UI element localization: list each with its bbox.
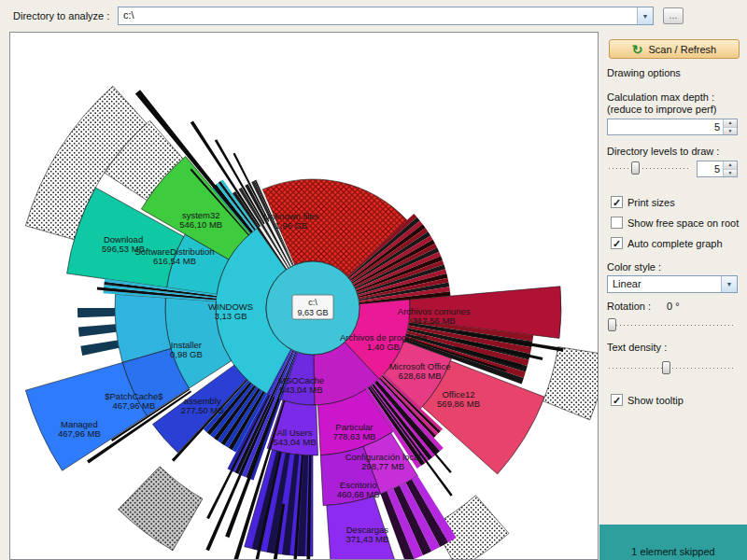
dropdown-arrow-icon[interactable]: ▼ <box>721 276 737 292</box>
segment-label: assembly277,50 MB <box>181 396 224 415</box>
segment-label: MSOCache543,04 MB <box>278 375 324 395</box>
segment-small[interactable] <box>78 308 115 317</box>
rotation-label: Rotation : <box>607 301 651 312</box>
checkbox-auto-complete-graph[interactable]: ✓ Auto complete graph <box>611 237 723 249</box>
segment-small-files-sw[interactable] <box>119 467 203 551</box>
segment-label: Download596,53 MB <box>102 234 145 254</box>
checkbox-show-tooltip[interactable]: ✓ Show tooltip <box>611 394 684 406</box>
root-size: 9,63 GB <box>297 308 328 317</box>
checkbox-label: Auto complete graph <box>627 238 723 249</box>
segment-label: WINDOWS3,13 GB <box>208 301 253 321</box>
scan-refresh-button[interactable]: ↻ Scan / Refresh <box>609 39 740 59</box>
directory-value[interactable]: c:\ <box>119 7 637 24</box>
options-panel: ↻ Scan / Refresh Drawing options Calcula… <box>599 32 747 560</box>
checkbox-label: Show tooltip <box>627 395 684 406</box>
calc-depth-value[interactable]: 5 <box>608 119 723 134</box>
segment-small-files-e[interactable] <box>543 347 598 420</box>
slider-thumb[interactable] <box>608 318 616 331</box>
checkbox-box[interactable] <box>611 217 623 229</box>
checkbox-show-free-space[interactable]: Show free space on root <box>611 217 739 229</box>
checkbox-label: Print sizes <box>627 197 675 208</box>
segment-label: $PatchCache$467,96 MB <box>105 391 163 411</box>
drawing-options-heading: Drawing options <box>607 67 681 78</box>
segment-label: system32546,10 MB <box>179 210 222 230</box>
slider-track <box>609 168 691 169</box>
spinner-down-icon[interactable]: ▼ <box>724 128 737 135</box>
slider-track <box>609 368 736 369</box>
checkbox-label: Show free space on root <box>627 217 739 229</box>
status-area: 1 element skipped <box>599 525 747 560</box>
browse-button[interactable]: ... <box>663 7 684 24</box>
levels-value[interactable]: 5 <box>698 161 723 176</box>
color-style-dropdown[interactable]: Linear ▼ <box>607 275 738 293</box>
rotation-slider[interactable] <box>607 317 738 332</box>
spinner-up-icon[interactable]: ▲ <box>724 119 737 128</box>
segment-small[interactable] <box>78 324 117 336</box>
rotation-value: 0 ° <box>667 301 680 312</box>
levels-label: Directory levels to draw : <box>607 146 719 157</box>
checkbox-print-sizes[interactable]: ✓ Print sizes <box>611 196 675 208</box>
segment-label: Office12569,86 MB <box>437 389 480 409</box>
toolbar: Directory to analyze : c:\ ▼ ... <box>0 0 747 32</box>
spinner-down-icon[interactable]: ▼ <box>724 170 737 177</box>
slider-thumb[interactable] <box>631 161 640 175</box>
segment-label: Descargas371,43 MB <box>345 525 388 544</box>
text-density-slider[interactable] <box>607 360 738 375</box>
levels-slider[interactable] <box>607 161 693 175</box>
directory-label: Directory to analyze : <box>13 10 109 21</box>
text-density-label: Text density : <box>607 342 667 353</box>
segment-label: All Users543,04 MB <box>274 427 317 447</box>
color-style-value[interactable]: Linear <box>608 276 721 292</box>
status-message: 1 element skipped <box>631 546 714 557</box>
directory-combobox[interactable]: c:\ ▼ <box>118 7 654 25</box>
segment-label: Escritorio460,68 MB <box>337 480 380 499</box>
calc-depth-note: (reduce to improve perf) <box>607 104 716 115</box>
segment-label: Particular778,63 MB <box>332 422 375 441</box>
checkbox-box[interactable]: ✓ <box>611 196 623 208</box>
sunburst-chart-area[interactable]: WINDOWS3,13 GBInstaller0,98 GB$PatchCach… <box>9 32 599 560</box>
refresh-icon: ↻ <box>632 43 643 56</box>
spinner-up-icon[interactable]: ▲ <box>724 161 737 170</box>
slider-thumb[interactable] <box>662 361 670 374</box>
calc-depth-label: Calculation max depth : <box>607 91 714 103</box>
slider-track <box>609 325 736 326</box>
checkbox-box[interactable]: ✓ <box>611 237 623 249</box>
segment-label: Managed467,96 MB <box>58 419 101 439</box>
segment-label: Installer0,98 GB <box>170 340 203 359</box>
combobox-arrow-icon[interactable]: ▼ <box>637 7 653 24</box>
sunburst-chart[interactable]: WINDOWS3,13 GBInstaller0,98 GB$PatchCach… <box>10 33 598 559</box>
calc-depth-spinner[interactable]: 5 ▲ ▼ <box>607 119 738 135</box>
segment-small[interactable] <box>80 340 119 356</box>
checkbox-box[interactable]: ✓ <box>611 394 623 406</box>
root-name: c:\ <box>308 298 317 307</box>
scan-button-label: Scan / Refresh <box>648 44 716 55</box>
app-window: { "toolbar": { "label": "Directory to an… <box>0 0 747 560</box>
color-style-label: Color style : <box>607 261 661 273</box>
levels-spinner[interactable]: 5 ▲ ▼ <box>697 161 738 177</box>
